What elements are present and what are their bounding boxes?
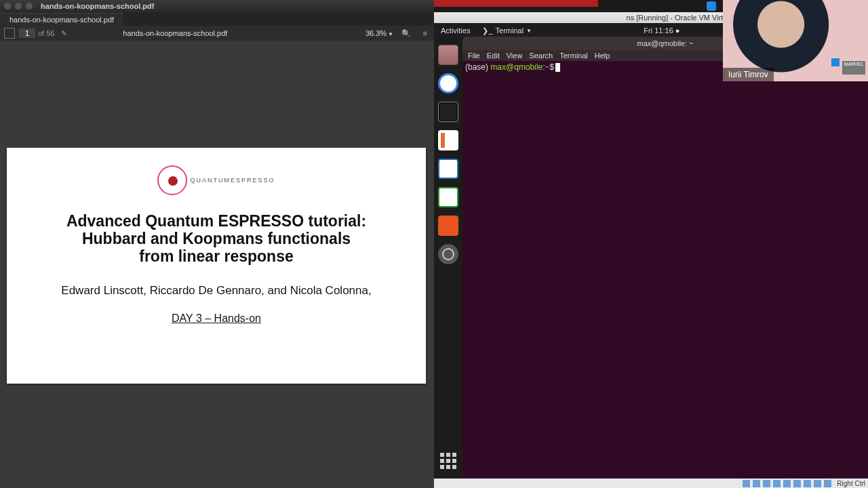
activities-button[interactable]: Activities xyxy=(434,26,477,35)
close-icon[interactable] xyxy=(4,3,11,9)
vm-optical-icon[interactable] xyxy=(753,480,760,487)
slide-title-line2: Hubbard and Koopmans functionals xyxy=(27,230,406,248)
chevron-down-icon: ▼ xyxy=(526,28,532,34)
chromium-icon[interactable] xyxy=(438,73,458,94)
webcam-badge-icon xyxy=(831,58,840,66)
prompt-env: (base) xyxy=(465,62,490,72)
vm-usb-icon[interactable] xyxy=(783,480,791,487)
page-number-input[interactable] xyxy=(19,28,35,38)
webcam-overlay: Iurii Timrov MARVEL xyxy=(723,0,868,81)
hamburger-icon[interactable]: ≡ xyxy=(423,29,427,37)
vm-display-icon[interactable] xyxy=(804,480,811,487)
pdf-page: QUANTUMESPRESSO Advanced Quantum ESPRESS… xyxy=(7,148,426,384)
app-menu[interactable]: ❯_ Terminal ▼ xyxy=(477,26,537,35)
marvel-logo: MARVEL xyxy=(842,61,865,75)
vm-hdd-icon[interactable] xyxy=(743,480,750,487)
sidebar-toggle-icon[interactable] xyxy=(4,28,15,39)
text-editor-icon[interactable] xyxy=(438,130,458,150)
libreoffice-calc-icon[interactable] xyxy=(438,187,458,207)
slide-title-line3: from linear response xyxy=(27,248,406,266)
pdf-document-title: hands-on-koopmans-school.pdf xyxy=(123,29,227,37)
vm-audio-icon[interactable] xyxy=(763,480,770,487)
virtualbox-statusbar: Right Ctrl xyxy=(434,479,868,488)
speaker-name: Iurii Timrov xyxy=(723,68,774,81)
pdf-tabstrip: hands-on-koopmans-school.pdf xyxy=(0,12,434,26)
chevron-down-icon[interactable]: ▼ xyxy=(388,31,393,37)
pdf-tab[interactable]: hands-on-koopmans-school.pdf xyxy=(0,13,123,26)
slide-title-line1: Advanced Quantum ESPRESSO tutorial: xyxy=(27,213,406,230)
clock[interactable]: Fri 11:16 ● xyxy=(644,26,679,35)
vm-recording-icon[interactable] xyxy=(814,480,821,487)
mac-window-titlebar: hands-on-koopmans-school.pdf xyxy=(0,0,434,12)
terminal-icon: ❯_ xyxy=(482,26,492,35)
menu-search[interactable]: Search xyxy=(529,52,553,60)
vm-shared-folder-icon[interactable] xyxy=(793,480,801,487)
gnome-dock xyxy=(434,38,462,480)
menu-help[interactable]: Help xyxy=(595,52,610,60)
window-title: hands-on-koopmans-school.pdf xyxy=(41,2,154,10)
macos-menu-icon[interactable] xyxy=(707,1,716,11)
fullscreen-icon[interactable] xyxy=(26,3,33,9)
vm-network-icon[interactable] xyxy=(773,480,781,487)
menu-file[interactable]: File xyxy=(468,52,480,60)
menu-terminal[interactable]: Terminal xyxy=(559,52,588,60)
settings-icon[interactable] xyxy=(438,244,458,264)
qe-logo-icon xyxy=(157,165,187,195)
prompt-path: ~ xyxy=(545,62,550,72)
qe-logo-text: QUANTUMESPRESSO xyxy=(190,177,275,184)
notification-dot-icon: ● xyxy=(675,26,680,35)
slide-title: Advanced Quantum ESPRESSO tutorial: Hubb… xyxy=(27,213,406,265)
zoom-value: 36.3% xyxy=(366,29,387,37)
ubuntu-software-icon[interactable] xyxy=(438,216,458,236)
minimize-icon[interactable] xyxy=(15,3,22,9)
libreoffice-writer-icon[interactable] xyxy=(438,159,458,179)
search-icon[interactable]: 🔍 xyxy=(401,29,411,38)
prompt-end: $ xyxy=(550,62,555,72)
menu-edit[interactable]: Edit xyxy=(487,52,500,60)
clock-text: Fri 11:16 xyxy=(644,26,673,35)
qe-logo: QUANTUMESPRESSO xyxy=(27,165,406,195)
cursor-icon xyxy=(555,63,560,72)
slide-subtitle: DAY 3 – Hands-on xyxy=(27,312,406,325)
slide-authors: Edward Linscott, Riccardo De Gennaro, an… xyxy=(27,284,406,298)
zoom-level[interactable]: 36.3%▼ xyxy=(366,29,393,37)
terminal-body[interactable]: (base) max@qmobile:~$ xyxy=(462,61,868,480)
terminal-icon[interactable] xyxy=(438,102,458,122)
page-total: of 56 xyxy=(38,29,54,37)
app-menu-label: Terminal xyxy=(496,26,524,35)
annotate-icon[interactable]: ✎ xyxy=(61,29,67,38)
prompt-user: max@qmobile xyxy=(490,62,542,72)
files-icon[interactable] xyxy=(438,45,458,65)
vm-host-key-icon[interactable] xyxy=(824,480,831,487)
pdf-toolbar: of 56 ✎ hands-on-koopmans-school.pdf 36.… xyxy=(0,26,434,41)
menu-view[interactable]: View xyxy=(507,52,523,60)
pdf-viewport[interactable]: QUANTUMESPRESSO Advanced Quantum ESPRESS… xyxy=(0,41,434,488)
show-applications-icon[interactable] xyxy=(440,453,456,469)
host-key-label: Right Ctrl xyxy=(837,480,865,487)
